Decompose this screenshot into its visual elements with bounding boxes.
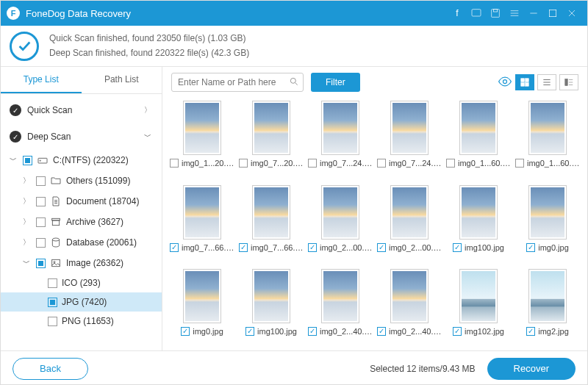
selection-stats: Selected 12 items/9.43 MB (88, 364, 487, 374)
tree-jpg[interactable]: JPG (7420) (1, 292, 162, 312)
tree-drive[interactable]: ﹀ C:(NTFS) (220322) (1, 150, 162, 170)
tree-quick-scan[interactable]: ✓Quick Scan 〉 (1, 97, 162, 123)
checkbox[interactable] (36, 217, 46, 227)
view-detail-button[interactable] (559, 74, 578, 90)
file-checkbox[interactable] (453, 243, 462, 252)
thumbnail (321, 101, 359, 155)
search-input[interactable] (171, 73, 304, 92)
file-checkbox[interactable] (308, 243, 317, 252)
view-grid-button[interactable] (515, 74, 534, 90)
recover-button[interactable]: Recover (487, 358, 576, 380)
minimize-icon[interactable] (524, 4, 543, 23)
file-card[interactable]: img100.jpg (446, 185, 511, 264)
file-card[interactable]: img0_7...24.jpg (377, 101, 442, 179)
label: Image (26362) (66, 258, 123, 268)
checkbox[interactable] (23, 156, 32, 165)
document-icon (50, 195, 62, 207)
maximize-icon[interactable] (543, 4, 562, 23)
scan-status: Quick Scan finished, found 23050 file(s)… (1, 26, 587, 67)
save-icon[interactable] (486, 4, 505, 23)
back-button[interactable]: Back (12, 358, 88, 380)
svg-rect-17 (565, 79, 568, 85)
svg-point-11 (290, 78, 295, 83)
share-facebook-icon[interactable]: f (448, 4, 467, 23)
tree-others[interactable]: 〉 Others (151099) (1, 170, 162, 191)
file-checkbox[interactable] (377, 243, 386, 252)
feedback-icon[interactable] (467, 4, 486, 23)
search-field (171, 73, 304, 92)
file-card[interactable]: img0_7...66.jpg (239, 185, 304, 264)
checkbox[interactable] (48, 298, 57, 307)
tree-archive[interactable]: 〉 Archive (3627) (1, 212, 162, 232)
label: ICO (293) (62, 278, 101, 288)
file-card[interactable]: img0_2...40.jpg (308, 269, 373, 348)
file-name: img0_1...60.jpg (458, 159, 511, 168)
file-checkbox[interactable] (170, 159, 179, 168)
tab-path-list[interactable]: Path List (82, 67, 162, 93)
file-card[interactable]: img0_1...20.jpg (170, 101, 234, 179)
thumbnail (183, 101, 221, 155)
file-checkbox[interactable] (239, 243, 248, 252)
file-checkbox[interactable] (377, 159, 386, 168)
checkbox[interactable] (36, 259, 46, 268)
file-card[interactable]: img0_7...66.jpg (170, 185, 234, 264)
filter-button[interactable]: Filter (311, 73, 360, 92)
checkbox[interactable] (48, 278, 57, 288)
thumbnail (252, 269, 290, 323)
file-card[interactable]: img102.jpg (446, 269, 511, 348)
file-name: img0_1...20.jpg (182, 159, 234, 168)
tree-ico[interactable]: ICO (293) (1, 273, 162, 292)
checkbox[interactable] (48, 317, 57, 326)
file-name: img0_2...40.jpg (389, 327, 442, 336)
file-checkbox[interactable] (453, 327, 462, 336)
thumbnail (390, 185, 429, 240)
file-checkbox[interactable] (170, 243, 179, 252)
tab-type-list[interactable]: Type List (1, 67, 82, 93)
thumbnail (183, 269, 221, 323)
tree-image[interactable]: ﹀ Image (26362) (1, 253, 162, 273)
label: Archive (3627) (66, 217, 123, 227)
file-checkbox[interactable] (526, 243, 535, 252)
file-checkbox[interactable] (181, 327, 190, 336)
file-card[interactable]: img0_2...00.jpg (377, 185, 442, 264)
thumbnail (528, 269, 567, 323)
tree-database[interactable]: 〉 Database (20061) (1, 232, 162, 253)
tree-deep-scan[interactable]: ✓Deep Scan ﹀ (1, 123, 162, 150)
file-checkbox[interactable] (308, 159, 317, 168)
search-icon[interactable] (289, 76, 299, 89)
file-name: img0_7...24.jpg (389, 159, 442, 168)
tree-png[interactable]: PNG (11653) (1, 312, 162, 331)
file-checkbox[interactable] (526, 327, 535, 336)
file-checkbox[interactable] (446, 159, 455, 168)
file-name: img0_7...66.jpg (182, 243, 234, 252)
file-card[interactable]: img0_1...60.jpg (446, 101, 511, 179)
file-card[interactable]: img0_7...20.jpg (239, 101, 304, 179)
titlebar: F FoneDog Data Recovery f (1, 1, 587, 26)
file-name: img0_7...24.jpg (320, 159, 373, 168)
file-card[interactable]: img0_2...40.jpg (377, 269, 442, 348)
close-icon[interactable] (562, 4, 581, 23)
view-list-button[interactable] (537, 74, 556, 90)
checkbox[interactable] (36, 197, 46, 206)
file-checkbox[interactable] (239, 159, 248, 168)
file-checkbox[interactable] (515, 159, 524, 168)
file-card[interactable]: img0.jpg (515, 185, 580, 264)
thumbnail (528, 185, 567, 240)
file-card[interactable]: img100.jpg (239, 269, 304, 348)
label: Quick Scan (27, 105, 72, 115)
file-card[interactable]: img0_1...60.jpg (515, 101, 580, 179)
file-card[interactable]: img2.jpg (515, 269, 580, 348)
file-checkbox[interactable] (377, 327, 386, 336)
file-card[interactable]: img0_7...24.jpg (308, 101, 373, 179)
menu-icon[interactable] (505, 4, 524, 23)
file-card[interactable]: img0_2...00.jpg (308, 185, 373, 264)
tree-document[interactable]: 〉 Document (18704) (1, 191, 162, 212)
checkbox[interactable] (36, 238, 46, 248)
file-checkbox[interactable] (308, 327, 317, 336)
svg-rect-2 (493, 10, 497, 12)
checkbox[interactable] (36, 176, 46, 186)
file-card[interactable]: img0.jpg (170, 269, 234, 348)
preview-icon[interactable] (498, 74, 512, 91)
database-icon (50, 237, 62, 248)
file-checkbox[interactable] (245, 327, 254, 336)
